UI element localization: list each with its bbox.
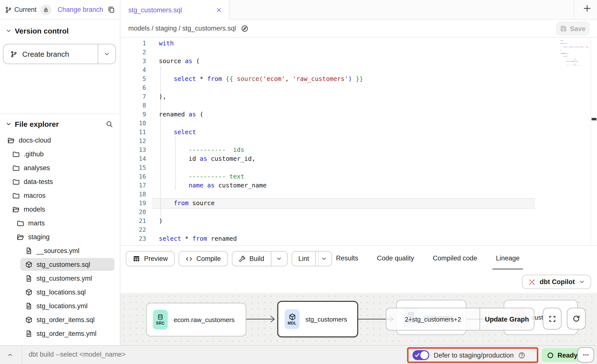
lock-icon (43, 7, 49, 13)
sidebar: Current Change branch Version control Cr… (0, 0, 120, 345)
search-icon[interactable] (106, 120, 113, 128)
code-line-19[interactable]: 19 from source (120, 199, 597, 208)
compile-button[interactable]: Compile (179, 251, 228, 266)
tree-item-docs-cloud[interactable]: docs-cloud (0, 133, 120, 147)
tree-item-label: stg_order_items.yml (37, 330, 96, 337)
tree-item--sources-yml[interactable]: __sources.yml (0, 244, 120, 257)
line-number: 12 (120, 137, 146, 146)
code-line-21[interactable]: 21) (120, 217, 597, 225)
code-line-15[interactable]: 15 (120, 163, 597, 172)
scrollbar-thumb[interactable] (592, 118, 597, 120)
code-line-1[interactable]: 1with (120, 39, 597, 48)
tree-item-models[interactable]: models (0, 202, 120, 216)
code-line-11[interactable]: 11 select (120, 128, 597, 137)
command-input[interactable]: dbt build --select <model_name> (29, 351, 126, 358)
tab-lineage[interactable]: Lineage (486, 246, 529, 271)
create-branch-dropdown[interactable] (98, 44, 115, 64)
folder-icon (17, 219, 24, 227)
tab-compiled-code[interactable]: Compiled code (423, 246, 486, 271)
git-branch-icon (10, 51, 17, 57)
tree-item-label: stg_order_items.sql (37, 316, 95, 323)
tree-item-stg-customers-sql[interactable]: stg_customers.sql (0, 257, 120, 271)
code-line-23[interactable]: 23select * from renamed (120, 234, 597, 243)
close-icon[interactable] (216, 7, 222, 13)
lineage-selector-input[interactable]: 2+stg_customers+2 (386, 308, 480, 330)
build-button[interactable]: Build (232, 251, 287, 266)
code-line-13[interactable]: 13 ---------- ids (120, 146, 597, 154)
build-main[interactable]: Build (232, 252, 271, 266)
refresh-button[interactable] (567, 308, 586, 329)
fullscreen-icon (548, 315, 556, 322)
update-graph-button[interactable]: Update Graph (480, 308, 534, 330)
create-branch-main[interactable]: Create branch (3, 44, 98, 64)
defer-toggle[interactable] (412, 350, 429, 360)
code-line-22[interactable]: 22 (120, 225, 597, 234)
question-icon[interactable] (518, 351, 525, 359)
expand-console-button[interactable] (7, 352, 13, 358)
code-line-10[interactable]: 10 (120, 119, 597, 128)
code-line-6[interactable]: 6 (120, 83, 597, 92)
copy-icon[interactable] (108, 6, 115, 13)
code-line-5[interactable]: 5 select * from {{ source('ecom', 'raw_c… (120, 74, 597, 83)
code-line-4[interactable]: 4 (120, 66, 597, 74)
tab-results[interactable]: Results (327, 246, 368, 271)
tree-item-data-tests[interactable]: data-tests (0, 175, 120, 188)
preview-main[interactable]: Preview (126, 252, 174, 266)
lineage-node-stg-customers[interactable]: MDL stg_customers (277, 301, 358, 337)
line-number: 2 (120, 48, 146, 57)
code-editor[interactable]: 1with23source as (45 select * from {{ so… (120, 37, 597, 245)
code-line-9[interactable]: 9renamed as ( (120, 110, 597, 119)
file-explorer-section: File explorer docs-cloud .github analyse… (0, 113, 120, 340)
tree-item-stg-order-items-yml[interactable]: stg_order_items.yml (0, 327, 120, 340)
file-explorer-header[interactable]: File explorer (0, 114, 120, 133)
lint-main[interactable]: Lint (292, 252, 316, 266)
code-line-14[interactable]: 14 id as customer_id, (120, 154, 597, 163)
code-line-8[interactable]: 8 (120, 101, 597, 110)
node-type-label: SRC (156, 321, 165, 326)
folder-icon (12, 164, 20, 171)
defer-label: Defer to staging/production (434, 351, 514, 359)
lineage-node-ecom-raw-customers[interactable]: SRC ecom.raw_customers (146, 303, 246, 336)
tab-code-quality[interactable]: Code quality (368, 246, 423, 271)
code-line-12[interactable]: 12 (120, 137, 597, 146)
tree-item-analyses[interactable]: analyses (0, 161, 120, 175)
preview-button[interactable]: Preview (126, 251, 175, 266)
breadcrumb: models / staging / stg_customers.sql (128, 25, 236, 32)
code-line-16[interactable]: 16 ---------- text (120, 172, 597, 181)
compass-icon[interactable] (241, 24, 249, 32)
fullscreen-button[interactable] (543, 308, 561, 329)
version-control-header[interactable]: Version control (0, 20, 120, 39)
tree-item-stg-locations-sql[interactable]: stg_locations.sql (0, 285, 120, 299)
code-line-2[interactable]: 2 (120, 48, 597, 57)
model-icon (288, 313, 296, 320)
change-branch-link[interactable]: Change branch (57, 6, 103, 13)
code-line-18[interactable]: 18 (120, 190, 597, 199)
tree-item--github[interactable]: .github (0, 147, 120, 161)
code-line-17[interactable]: 17 name as customer_name (120, 181, 597, 190)
tree-item-staging[interactable]: staging (0, 230, 120, 244)
folder-icon (12, 192, 20, 199)
line-number: 11 (120, 128, 146, 137)
tree-item-stg-order-items-sql[interactable]: stg_order_items.sql (0, 313, 120, 327)
folder-open-icon (7, 136, 15, 144)
editor-toolbar: PreviewCompileBuildLint ResultsCode qual… (120, 245, 597, 270)
tree-item-marts[interactable]: marts (0, 216, 120, 230)
more-options-button[interactable] (577, 347, 594, 363)
code-line-20[interactable]: 20 (120, 208, 597, 217)
tree-item-stg-locations-yml[interactable]: stg_locations.yml (0, 299, 120, 313)
tab-stg-customers-sql[interactable]: stg_customers.sql (120, 0, 229, 20)
line-number: 1 (120, 39, 146, 48)
build-dropdown[interactable] (271, 252, 287, 266)
lineage-canvas[interactable]: SRC ecom.raw_customers MDL stg_customers… (120, 293, 597, 345)
new-tab-button[interactable] (583, 4, 591, 12)
lint-button[interactable]: Lint (291, 251, 332, 266)
save-button[interactable]: Save (556, 22, 590, 36)
tree-item-stg-customers-yml[interactable]: stg_customers.yml (0, 271, 120, 285)
tree-item-macros[interactable]: macros (0, 188, 120, 202)
dbt-copilot-button[interactable]: dbt Copilot (522, 275, 591, 289)
create-branch-button[interactable]: Create branch (3, 44, 116, 64)
code-line-7[interactable]: 7), (120, 92, 597, 101)
minimap[interactable]: with source as ( select * from {{ source… (560, 40, 589, 66)
code-line-3[interactable]: 3source as ( (120, 57, 597, 66)
compile-main[interactable]: Compile (179, 252, 227, 266)
